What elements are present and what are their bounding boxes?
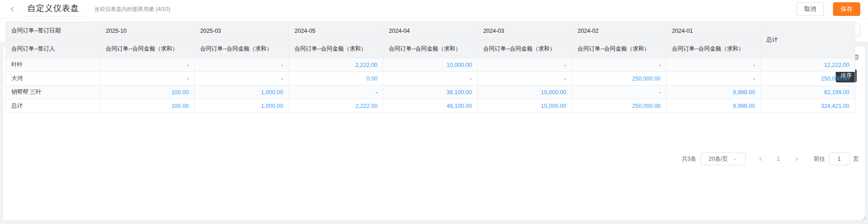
- table-row: 总计100.001,000.002,222.0046,100.0015,000.…: [6, 99, 855, 113]
- next-page-button[interactable]: [794, 156, 799, 162]
- value-cell[interactable]: 250,000.00: [572, 72, 666, 86]
- value-cell: -: [477, 72, 572, 86]
- value-cell[interactable]: 1,000.00: [194, 99, 289, 113]
- date-column-header: 2024-02: [572, 22, 666, 40]
- value-cell[interactable]: 100.00: [100, 99, 194, 113]
- value-cell: -: [194, 58, 289, 72]
- date-column-header: 2024-04: [383, 22, 477, 40]
- row-label-cell: 大河: [6, 72, 100, 86]
- table-row: 叶叶--2,222.0010,000.00---12,222.00: [6, 58, 855, 72]
- dashboard-title-field[interactable]: 自定义仪表盘: [22, 2, 84, 16]
- value-cell[interactable]: 46,100.00: [383, 99, 477, 113]
- date-column-header: 2024-03: [477, 22, 572, 40]
- measure-header: 合同订单--合同金额（求和）: [289, 40, 383, 58]
- pivot-table-body: 叶叶--2,222.0010,000.00---12,222.00大河--0.0…: [6, 58, 855, 113]
- goto-label: 前往: [814, 155, 825, 163]
- cancel-button[interactable]: 取消: [797, 2, 824, 16]
- value-cell[interactable]: 15,000.00: [477, 86, 572, 99]
- date-column-header: 2025-10: [100, 22, 194, 40]
- row-label-cell: 总计: [6, 99, 100, 113]
- chevron-down-icon: [732, 157, 737, 162]
- date-column-header: 2025-03: [194, 22, 289, 40]
- row-total-cell[interactable]: 12,222.00: [761, 58, 855, 72]
- value-cell[interactable]: 2,222.00: [289, 99, 383, 113]
- value-cell: -: [572, 58, 666, 72]
- row-total-cell[interactable]: 250,000.00: [761, 72, 855, 86]
- page-unit-label: 页: [853, 155, 859, 163]
- value-cell[interactable]: 15,000.00: [477, 99, 572, 113]
- value-cell[interactable]: 0.00: [289, 72, 383, 86]
- value-cell: -: [477, 58, 572, 72]
- value-cell: -: [289, 86, 383, 99]
- date-column-header: 2024-01: [666, 22, 761, 40]
- value-cell: -: [383, 72, 477, 86]
- prev-page-button[interactable]: [758, 156, 763, 162]
- value-cell: -: [666, 72, 761, 86]
- row-label-cell: 销帮帮 三叶: [6, 86, 100, 99]
- corner-signer-header: 合同订单--签订人: [6, 40, 100, 58]
- row-total-cell[interactable]: 324,421.00: [761, 99, 855, 113]
- measure-header: 合同订单--合同金额（求和）: [666, 40, 761, 58]
- value-cell[interactable]: 36,100.00: [383, 86, 477, 99]
- value-cell[interactable]: 2,222.00: [289, 58, 383, 72]
- value-cell[interactable]: 250,000.00: [572, 99, 666, 113]
- measure-header: 合同订单--合同金额（求和）: [100, 40, 194, 58]
- value-cell[interactable]: 9,999.00: [666, 86, 761, 99]
- measure-header: 合同订单--合同金额（求和）: [477, 40, 572, 58]
- value-cell: -: [100, 58, 194, 72]
- pivot-table-header: 合同订单--签订日期2025-102025-032024-052024-0420…: [6, 22, 855, 58]
- chart-usage-hint: 当前仪表盘内的图表用量 (4/10): [94, 5, 170, 13]
- back-icon[interactable]: [8, 5, 17, 14]
- total-column-header: 总计: [761, 22, 855, 58]
- table-row: 大河--0.00--250,000.00-250,000.00: [6, 72, 855, 86]
- corner-date-header: 合同订单--签订日期: [6, 22, 100, 40]
- current-page[interactable]: 1: [777, 156, 780, 162]
- row-label-cell: 叶叶: [6, 58, 100, 72]
- value-cell[interactable]: 100.00: [100, 86, 194, 99]
- save-button[interactable]: 保存: [833, 2, 860, 16]
- page-title: 自定义仪表盘: [27, 4, 79, 13]
- value-cell: -: [194, 72, 289, 86]
- value-cell[interactable]: 1,000.00: [194, 86, 289, 99]
- pagination: 共3条 20条/页 1 前往 页: [682, 153, 859, 165]
- measure-header: 合同订单--合同金额（求和）: [194, 40, 289, 58]
- measure-header: 合同订单--合同金额（求和）: [383, 40, 477, 58]
- page-size-select[interactable]: 20条/页: [700, 153, 746, 165]
- goto-page-input[interactable]: [829, 153, 850, 165]
- row-total-cell[interactable]: 62,199.00: [761, 86, 855, 99]
- value-cell[interactable]: 10,000.00: [383, 58, 477, 72]
- value-cell: -: [572, 86, 666, 99]
- table-row: 销帮帮 三叶100.001,000.00-36,100.0015,000.00-…: [6, 86, 855, 99]
- measure-header: 合同订单--合同金额（求和）: [572, 40, 666, 58]
- date-column-header: 2024-05: [289, 22, 383, 40]
- value-cell[interactable]: 9,999.00: [666, 99, 761, 113]
- pivot-table: 合同订单--签订日期2025-102025-032024-052024-0420…: [5, 21, 855, 113]
- value-cell: -: [100, 72, 194, 86]
- total-count: 共3条: [682, 155, 696, 163]
- value-cell: -: [666, 58, 761, 72]
- widget-resize-handle[interactable]: [862, 214, 866, 222]
